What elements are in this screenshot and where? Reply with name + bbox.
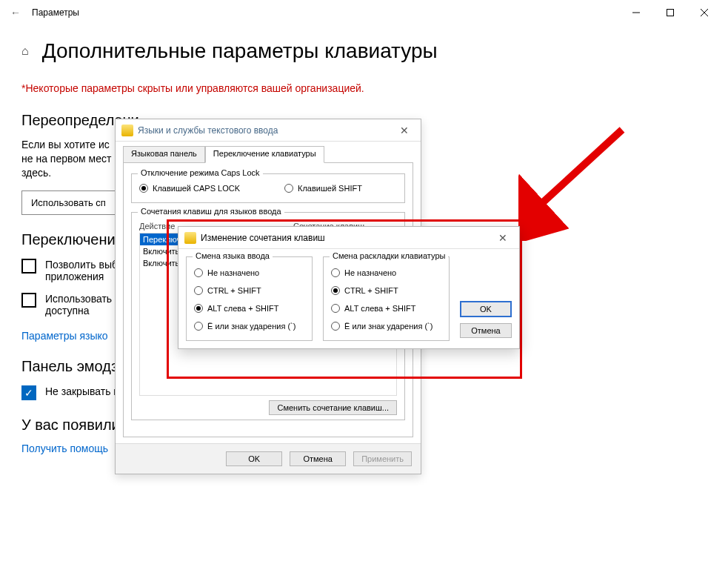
use-available-checkbox[interactable] — [21, 293, 36, 308]
right-radio-ctrl[interactable]: CTRL + SHIFT — [331, 286, 441, 295]
input-language-legend: Смена языка ввода — [193, 251, 273, 260]
right-radio-alt[interactable]: ALT слева + SHIFT — [331, 304, 441, 313]
home-icon[interactable]: ⌂ — [21, 44, 29, 58]
right-radio-none[interactable]: Не назначено — [331, 268, 441, 277]
dlg2-titlebar: Изменение сочетания клавиш ✕ — [178, 227, 519, 249]
allow-select-label: Позволить выб приложения — [45, 259, 118, 282]
back-button[interactable]: ← — [7, 7, 24, 19]
radio-icon — [331, 286, 340, 295]
dlg1-cancel-button[interactable]: Отмена — [290, 451, 346, 466]
keyboard-icon — [121, 125, 133, 136]
hotkeys-legend: Сочетания клавиш для языков ввода — [138, 207, 284, 216]
dlg1-title: Языки и службы текстового ввода — [138, 125, 278, 136]
window-title: Параметры — [32, 7, 79, 18]
radio-icon — [194, 304, 203, 313]
radio-icon — [331, 322, 340, 331]
dlg1-close-button[interactable]: ✕ — [394, 125, 415, 136]
tab-keyboard-switch[interactable]: Переключение клавиатуры — [205, 146, 324, 163]
change-hotkey-dialog: Изменение сочетания клавиш ✕ Смена языка… — [178, 226, 520, 349]
left-radio-alt[interactable]: ALT слева + SHIFT — [194, 304, 304, 313]
right-radio-yo[interactable]: Ё или знак ударения (`) — [331, 322, 441, 331]
caps-radio-shift[interactable]: Клавишей SHIFT — [284, 184, 362, 193]
use-available-label: Использовать доступна — [45, 293, 112, 317]
opt-label: Ё или знак ударения (`) — [207, 322, 295, 331]
emoji-checkbox[interactable] — [21, 385, 36, 400]
opt-label: ALT слева + SHIFT — [207, 304, 278, 313]
page-title: Дополнительные параметры клавиатуры — [42, 39, 438, 63]
maximize-button[interactable] — [653, 1, 687, 24]
dlg2-title: Изменение сочетания клавиш — [201, 233, 325, 243]
radio-icon — [331, 268, 340, 277]
opt-label: CTRL + SHIFT — [207, 286, 261, 295]
caps-radio-capslock[interactable]: Клавишей CAPS LOCK — [139, 184, 240, 193]
layout-group: Смена раскладки клавиатуры Не назначено … — [323, 256, 450, 341]
dlg1-titlebar: Языки и службы текстового ввода ✕ — [116, 119, 421, 142]
dlg2-cancel-button[interactable]: Отмена — [460, 323, 512, 338]
left-radio-yo[interactable]: Ё или знак ударения (`) — [194, 322, 304, 331]
caps-opt1-label: Клавишей CAPS LOCK — [153, 184, 240, 193]
radio-icon — [331, 304, 340, 313]
override-dropdown[interactable]: Использовать сп — [21, 190, 116, 215]
opt-label: CTRL + SHIFT — [344, 286, 398, 295]
capslock-legend: Отключение режима Caps Lock — [138, 168, 263, 177]
radio-icon — [139, 184, 148, 193]
close-button[interactable] — [687, 1, 721, 24]
admin-warning: *Некоторые параметры скрыты или управляю… — [21, 82, 707, 94]
minimize-button[interactable] — [619, 1, 653, 24]
caps-opt2-label: Клавишей SHIFT — [298, 184, 362, 193]
window-buttons — [619, 1, 721, 24]
opt-label: Ё или знак ударения (`) — [344, 322, 433, 331]
dlg1-footer: OK Отмена Применить — [116, 443, 421, 474]
keyboard-icon — [184, 232, 196, 244]
opt-label: Не назначено — [207, 268, 259, 277]
titlebar: ← Параметры — [1, 1, 727, 24]
left-radio-ctrl[interactable]: CTRL + SHIFT — [194, 286, 304, 295]
change-hotkey-button[interactable]: Сменить сочетание клавиш... — [269, 400, 397, 415]
opt-label: ALT слева + SHIFT — [344, 304, 415, 313]
dlg2-close-button[interactable]: ✕ — [492, 232, 513, 244]
opt-label: Не назначено — [344, 268, 396, 277]
layout-legend: Смена раскладки клавиатуры — [330, 251, 448, 260]
dlg2-buttons: OK Отмена — [460, 256, 512, 338]
allow-select-checkbox[interactable] — [21, 259, 36, 274]
dlg1-apply-button: Применить — [353, 451, 412, 466]
radio-icon — [194, 286, 203, 295]
capslock-group: Отключение режима Caps Lock Клавишей CAP… — [131, 173, 405, 203]
left-radio-none[interactable]: Не назначено — [194, 268, 304, 277]
dlg2-body: Смена языка ввода Не назначено CTRL + SH… — [178, 249, 519, 348]
svg-rect-1 — [667, 10, 674, 16]
radio-icon — [194, 268, 203, 277]
dlg1-ok-button[interactable]: OK — [226, 451, 282, 466]
input-language-group: Смена языка ввода Не назначено CTRL + SH… — [186, 256, 313, 341]
radio-icon — [284, 184, 293, 193]
tabstrip: Языковая панель Переключение клавиатуры — [123, 146, 413, 163]
tab-language-panel[interactable]: Языковая панель — [123, 146, 205, 162]
radio-icon — [194, 322, 203, 331]
dlg2-ok-button[interactable]: OK — [460, 301, 512, 317]
page-header: ⌂ Дополнительные параметры клавиатуры — [21, 39, 707, 63]
